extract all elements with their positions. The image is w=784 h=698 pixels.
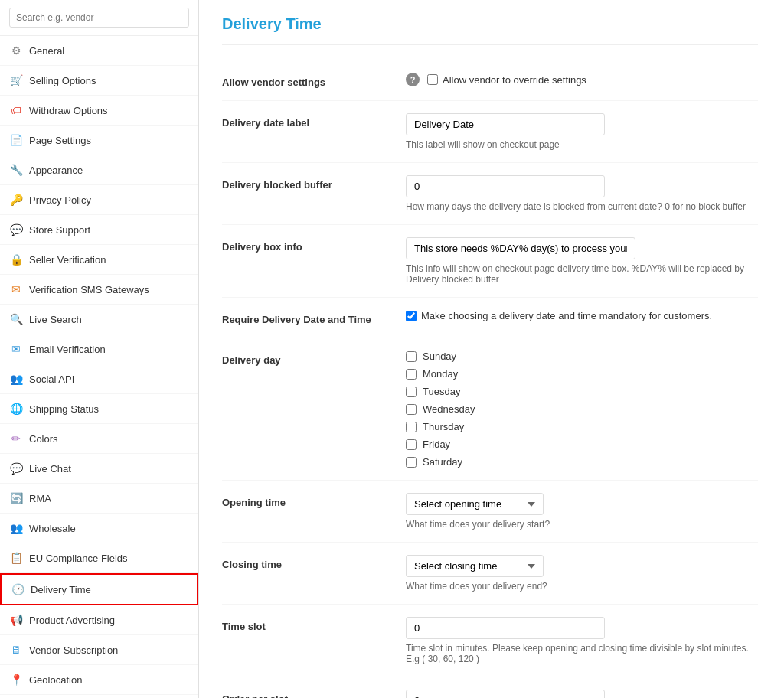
sidebar-item-general[interactable]: ⚙General — [0, 36, 198, 66]
sidebar-item-label-live-search: Live Search — [29, 314, 82, 325]
closing-time-select[interactable]: Select closing time — [406, 555, 544, 577]
live-search-icon: 🔍 — [9, 312, 23, 326]
sidebar-item-live-search[interactable]: 🔍Live Search — [0, 305, 198, 334]
sidebar-item-label-verification-sms: Verification SMS Gateways — [29, 284, 149, 295]
help-icon[interactable]: ? — [406, 73, 420, 86]
allow-vendor-checkbox[interactable] — [427, 74, 438, 85]
seller-verification-icon: 🔒 — [9, 253, 23, 266]
delivery-day-tuesday-checkbox[interactable] — [406, 387, 416, 397]
sidebar-item-label-wholesale: Wholesale — [29, 523, 76, 534]
closing-time-row: Closing time Select closing time What ti… — [222, 543, 758, 605]
require-delivery-field: Make choosing a delivery date and time m… — [406, 310, 758, 321]
delivery-time-icon: 🕐 — [11, 582, 24, 596]
delivery-date-label-row: Delivery date label This label will show… — [222, 101, 758, 163]
sidebar-item-seller-verification[interactable]: 🔒Seller Verification — [0, 245, 198, 275]
sidebar-item-store-support[interactable]: 💬Store Support — [0, 215, 198, 245]
opening-time-field: Select opening time What time does your … — [406, 493, 758, 530]
delivery-day-wednesday-label: Wednesday — [423, 403, 475, 415]
allow-vendor-settings-row: Allow vendor settings ? Allow vendor to … — [222, 60, 758, 101]
time-slot-field: Time slot in minutes. Please keep openin… — [406, 617, 758, 664]
delivery-blocked-label: Delivery blocked buffer — [222, 175, 390, 191]
email-verification-icon: ✉ — [9, 342, 23, 356]
require-delivery-checkbox-row: Make choosing a delivery date and time m… — [406, 310, 758, 321]
delivery-day-wednesday-row: Wednesday — [406, 403, 758, 415]
delivery-day-label: Delivery day — [222, 351, 390, 366]
delivery-day-wednesday-checkbox[interactable] — [406, 404, 416, 415]
delivery-day-friday-row: Friday — [406, 439, 758, 450]
sidebar-item-product-advertising[interactable]: 📢Product Advertising — [0, 605, 198, 635]
sidebar-item-delivery-time[interactable]: 🕐Delivery Time — [0, 573, 198, 605]
sidebar-item-label-selling-options: Selling Options — [29, 75, 96, 86]
time-slot-label: Time slot — [222, 617, 390, 632]
sidebar-item-selling-options[interactable]: 🛒Selling Options — [0, 66, 198, 96]
delivery-day-friday-checkbox[interactable] — [406, 439, 416, 450]
sidebar-item-appearance[interactable]: 🔧Appearance — [0, 155, 198, 185]
delivery-day-sunday-checkbox[interactable] — [406, 351, 416, 362]
sidebar-item-withdraw-options[interactable]: 🏷Withdraw Options — [0, 96, 198, 126]
closing-time-hint: What time does your delivery end? — [406, 581, 758, 592]
sidebar-item-wholesale[interactable]: 👥Wholesale — [0, 514, 198, 543]
delivery-date-label: Delivery date label — [222, 113, 390, 129]
delivery-date-input[interactable] — [406, 113, 605, 135]
sidebar-item-shipping-status[interactable]: 🌐Shipping Status — [0, 394, 198, 424]
require-delivery-checkbox[interactable] — [406, 311, 416, 321]
opening-time-row: Opening time Select opening time What ti… — [222, 481, 758, 543]
selling-options-icon: 🛒 — [9, 73, 23, 87]
store-support-icon: 💬 — [9, 223, 23, 236]
sidebar-item-live-chat[interactable]: 💬Live Chat — [0, 454, 198, 484]
allow-vendor-checkbox-label: Allow vendor to override settings — [443, 74, 586, 86]
delivery-blocked-input[interactable] — [406, 175, 605, 197]
require-delivery-checkbox-label: Make choosing a delivery date and time m… — [421, 310, 712, 321]
delivery-day-field: SundayMondayTuesdayWednesdayThursdayFrid… — [406, 351, 758, 468]
social-api-icon: 👥 — [9, 372, 23, 386]
delivery-day-thursday-checkbox[interactable] — [406, 422, 416, 432]
delivery-day-monday-label: Monday — [423, 368, 458, 380]
delivery-day-friday-label: Friday — [423, 439, 450, 450]
opening-time-select[interactable]: Select opening time — [406, 493, 544, 515]
sidebar-item-label-general: General — [29, 45, 64, 57]
delivery-day-saturday-checkbox[interactable] — [406, 457, 416, 468]
live-chat-icon: 💬 — [9, 462, 23, 475]
delivery-day-sunday-label: Sunday — [423, 351, 456, 362]
sidebar-search-input[interactable] — [9, 8, 189, 28]
delivery-box-info-hint: This info will show on checkout page del… — [406, 263, 758, 285]
delivery-date-hint: This label will show on checkout page — [406, 139, 758, 150]
order-per-slot-label: Order per slot — [222, 690, 390, 698]
delivery-blocked-field: How many days the delivery date is block… — [406, 175, 758, 212]
sidebar-item-page-settings[interactable]: 📄Page Settings — [0, 126, 198, 155]
delivery-blocked-hint: How many days the delivery date is block… — [406, 201, 758, 212]
closing-time-label: Closing time — [222, 555, 390, 570]
allow-vendor-label: Allow vendor settings — [222, 73, 390, 88]
sidebar-item-label-eu-compliance: EU Compliance Fields — [29, 553, 128, 564]
sidebar-item-colors[interactable]: ✏Colors — [0, 424, 198, 454]
wholesale-icon: 👥 — [9, 521, 23, 535]
rma-icon: 🔄 — [9, 491, 23, 505]
sidebar-item-label-product-advertising: Product Advertising — [29, 615, 115, 626]
sidebar-item-label-shipping-status: Shipping Status — [29, 403, 99, 415]
opening-time-label: Opening time — [222, 493, 390, 508]
sidebar-item-label-withdraw-options: Withdraw Options — [29, 105, 108, 116]
time-slot-input[interactable] — [406, 617, 605, 639]
main-content: Delivery Time Allow vendor settings ? Al… — [199, 0, 784, 698]
sidebar-item-label-geolocation: Geolocation — [29, 674, 82, 686]
sidebar-item-label-live-chat: Live Chat — [29, 463, 71, 475]
delivery-day-saturday-label: Saturday — [423, 456, 462, 468]
sidebar-item-vendor-subscription[interactable]: 🖥Vendor Subscription — [0, 635, 198, 665]
sidebar-item-rma[interactable]: 🔄RMA — [0, 484, 198, 514]
allow-vendor-checkbox-row: ? Allow vendor to override settings — [406, 73, 758, 86]
sidebar-item-geolocation[interactable]: 📍Geolocation — [0, 665, 198, 695]
sidebar-item-email-verification[interactable]: ✉Email Verification — [0, 334, 198, 364]
sidebar-item-privacy-policy[interactable]: 🔑Privacy Policy — [0, 185, 198, 215]
delivery-blocked-buffer-row: Delivery blocked buffer How many days th… — [222, 163, 758, 225]
general-icon: ⚙ — [9, 44, 23, 57]
order-per-slot-input[interactable] — [406, 690, 605, 698]
delivery-box-info-input[interactable] — [406, 237, 635, 259]
sidebar-item-eu-compliance[interactable]: 📋EU Compliance Fields — [0, 543, 198, 573]
delivery-date-field: This label will show on checkout page — [406, 113, 758, 150]
opening-time-hint: What time does your delivery start? — [406, 519, 758, 530]
geolocation-icon: 📍 — [9, 673, 23, 687]
sidebar-item-social-api[interactable]: 👥Social API — [0, 364, 198, 394]
delivery-day-monday-checkbox[interactable] — [406, 369, 416, 380]
sidebar-item-product-report-abuse[interactable]: 🚩Product Report Abuse — [0, 695, 198, 698]
sidebar-item-verification-sms[interactable]: ✉Verification SMS Gateways — [0, 275, 198, 305]
